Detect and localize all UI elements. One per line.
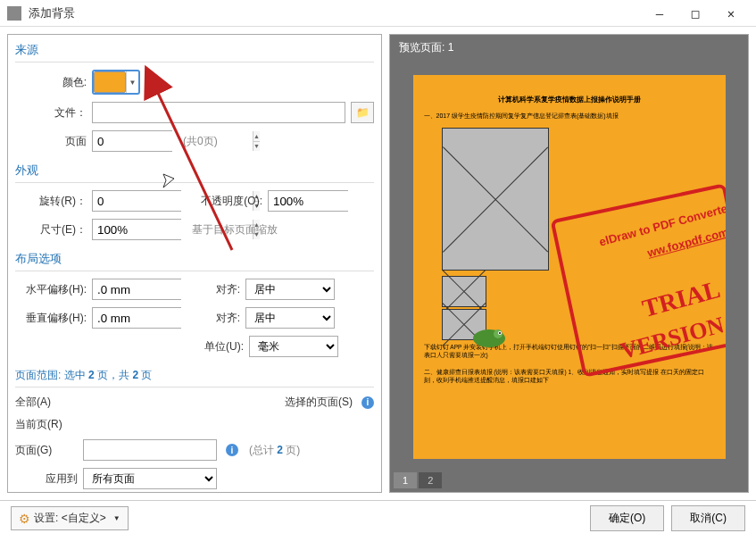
info-icon[interactable]: i	[361, 396, 374, 409]
appearance-title: 外观	[15, 162, 374, 183]
page-tab-1[interactable]: 1	[394, 472, 417, 488]
pagerange-title: 页面范围: 选中 2 页，共 2 页	[15, 368, 374, 388]
settings-button[interactable]: ⚙ 设置: <自定义> ▼	[11, 506, 129, 530]
doc-line1: 一、2017 级学生疫情防控期间复学复产信息登记排查表(基础数据)填报	[424, 112, 715, 121]
apply-select[interactable]: 所有页面	[83, 468, 217, 489]
pagerange-section: 页面范围: 选中 2 页，共 2 页 全部(A) 选择的页面(S) i 当前页(…	[15, 368, 374, 489]
window-title: 添加背景	[29, 5, 642, 21]
app-icon	[7, 6, 21, 21]
color-swatch	[94, 71, 126, 93]
align-label-2: 对齐:	[187, 311, 240, 326]
range-selected-pages[interactable]: 选择的页面(S)	[285, 395, 353, 410]
placeholder-image-small1	[442, 276, 486, 307]
source-section: 来源 颜色: ▼ 文件： 📁 页面 ▲▼	[15, 42, 374, 152]
close-button[interactable]: ✕	[713, 1, 749, 26]
color-label: 颜色:	[15, 75, 87, 90]
opacity-value[interactable]	[269, 191, 382, 211]
source-title: 来源	[15, 42, 374, 62]
color-picker[interactable]: ▼	[92, 70, 140, 95]
voffset-label: 垂直偏移(H):	[15, 311, 87, 326]
doc-title: 计算机科学系复学疫情数据上报操作说明手册	[424, 95, 715, 104]
voffset-spinner[interactable]: ▲▼	[92, 307, 181, 329]
appearance-section: 外观 旋转(R)： ▲▼ 不透明度(O): ▲▼ 尺寸(E)： ▲▼	[15, 162, 374, 240]
titlebar: 添加背景 — □ ✕	[0, 0, 756, 27]
range-total: (总计 2 页)	[249, 443, 300, 458]
scale-spinner[interactable]: ▲▼	[92, 219, 181, 240]
range-current[interactable]: 当前页(R)	[15, 417, 62, 432]
page-tab-2[interactable]: 2	[419, 472, 442, 488]
spinner-up-icon[interactable]: ▲	[253, 131, 260, 142]
file-label: 文件：	[15, 105, 87, 121]
page-preview: 计算机科学系复学疫情数据上报操作说明手册 一、2017 级学生疫情防控期间复学复…	[413, 75, 726, 459]
layout-title: 布局选项	[15, 251, 374, 271]
range-all[interactable]: 全部(A)	[15, 395, 104, 410]
maximize-button[interactable]: □	[677, 1, 713, 26]
gear-icon: ⚙	[19, 512, 30, 526]
footer: ⚙ 设置: <自定义> ▼ 确定(O) 取消(C)	[0, 500, 756, 536]
page-total: (共0页)	[183, 134, 218, 149]
scale-hint: 基于目标页面缩放	[192, 222, 278, 238]
preview-header: 预览页面: 1	[390, 35, 748, 61]
page-value[interactable]	[93, 131, 253, 151]
folder-icon: 📁	[356, 106, 370, 119]
info-icon[interactable]: i	[226, 444, 238, 456]
doc-line3: 二、健康排查日报表填报 (说明：该表需要口天填报) 1、收到消息通知，实时填写提…	[424, 369, 715, 385]
hoffset-label: 水平偏移(H):	[15, 282, 87, 297]
range-pages-label[interactable]: 页面(G)	[15, 443, 78, 458]
layout-section: 布局选项 水平偏移(H): ▲▼ 对齐: 居中 垂直偏移(H): ▲▼ 对齐: …	[15, 251, 374, 357]
preview-area: 计算机科学系复学疫情数据上报操作说明手册 一、2017 级学生疫情防控期间复学复…	[390, 61, 748, 472]
spinner-down-icon[interactable]: ▼	[253, 142, 260, 152]
file-input[interactable]	[92, 102, 345, 123]
placeholder-image	[442, 128, 549, 271]
unit-select[interactable]: 毫米	[249, 336, 338, 357]
page-spinner[interactable]: ▲▼	[92, 130, 172, 152]
settings-panel: 来源 颜色: ▼ 文件： 📁 页面 ▲▼	[7, 34, 382, 493]
settings-label: 设置: <自定义>	[34, 511, 106, 526]
page-tabs: 1 2	[390, 472, 748, 492]
chameleon-icon	[467, 321, 511, 352]
rotate-spinner[interactable]: ▲▼	[92, 190, 181, 212]
hoffset-spinner[interactable]: ▲▼	[92, 279, 181, 300]
rotate-label: 旋转(R)：	[15, 194, 87, 209]
chevron-down-icon: ▼	[126, 71, 138, 93]
halign-select[interactable]: 居中	[245, 279, 335, 300]
browse-button[interactable]: 📁	[351, 102, 374, 123]
chevron-down-icon: ▼	[113, 514, 120, 522]
align-label-1: 对齐:	[187, 282, 240, 297]
opacity-label: 不透明度(O):	[187, 194, 262, 209]
page-label: 页面	[15, 134, 87, 149]
cancel-button[interactable]: 取消(C)	[671, 505, 745, 531]
scale-label: 尺寸(E)：	[15, 222, 87, 238]
range-pages-input[interactable]	[83, 439, 217, 461]
svg-point-3	[499, 332, 501, 334]
valign-select[interactable]: 居中	[245, 307, 335, 329]
opacity-spinner[interactable]: ▲▼	[268, 190, 348, 212]
ok-button[interactable]: 确定(O)	[590, 505, 664, 531]
minimize-button[interactable]: —	[642, 1, 677, 26]
apply-label: 应用到	[15, 471, 78, 487]
unit-label: 单位(U):	[190, 339, 244, 354]
preview-panel: 预览页面: 1 计算机科学系复学疫情数据上报操作说明手册 一、2017 级学生疫…	[389, 34, 749, 493]
